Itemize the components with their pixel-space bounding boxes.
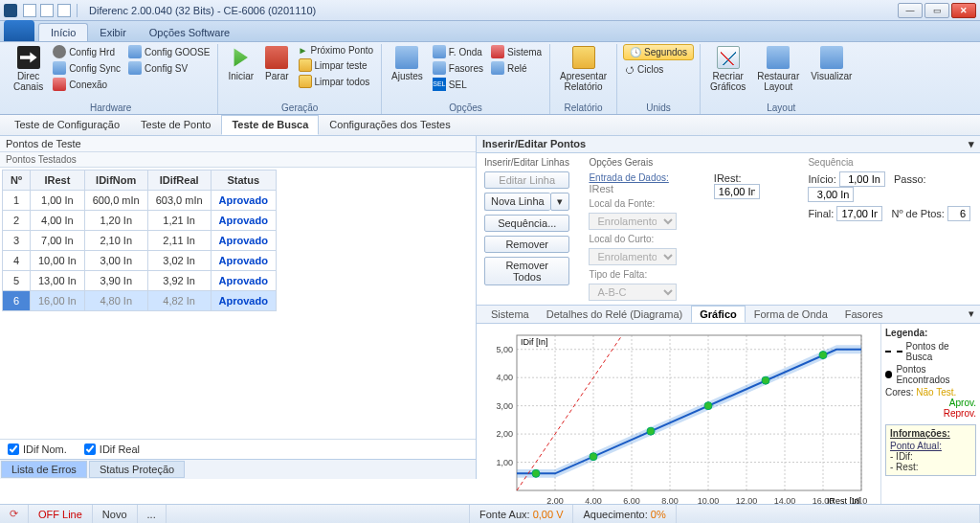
- inicio-input[interactable]: [839, 171, 885, 187]
- ctab-fasores[interactable]: Fasores: [836, 306, 892, 323]
- chart-tab-pin[interactable]: ▾: [963, 306, 980, 323]
- tab-config-testes[interactable]: Configurações dos Testes: [319, 115, 460, 135]
- nova-linha-dropdown[interactable]: ▾: [550, 193, 569, 211]
- rele-button[interactable]: Relé: [489, 60, 544, 76]
- parar-button[interactable]: Parar: [261, 44, 292, 83]
- proximo-ponto-button[interactable]: ►Próximo Ponto: [297, 44, 376, 57]
- ajustes-button[interactable]: Ajustes: [388, 44, 427, 83]
- iniciar-button[interactable]: Iniciar: [224, 44, 257, 83]
- gear-icon: [53, 45, 66, 58]
- tab-teste-ponto[interactable]: Teste de Ponto: [130, 115, 221, 135]
- file-tab[interactable]: [4, 20, 34, 41]
- svg-text:3,00: 3,00: [496, 401, 513, 411]
- chk-idif-real[interactable]: IDif Real: [84, 443, 140, 455]
- tab-status-protecao[interactable]: Status Proteção: [89, 461, 185, 478]
- points-table: Nº IRest IDifNom IDifReal Status 11,00 I…: [2, 170, 277, 311]
- config-goose-button[interactable]: Config GOOSE: [126, 44, 212, 59]
- visualizar-button[interactable]: Visualizar: [807, 44, 856, 83]
- sistema-button[interactable]: Sistema: [489, 44, 544, 59]
- config-sv-button[interactable]: Config SV: [126, 60, 212, 76]
- nova-linha-button[interactable]: Nova Linha: [484, 193, 550, 211]
- title-bar: Diferenc 2.00.040 (32 Bits) - CE-6006 (0…: [0, 0, 980, 21]
- passo-input[interactable]: [808, 187, 854, 202]
- limpar-todos-button[interactable]: Limpar todos: [297, 74, 376, 89]
- ctab-detalhes[interactable]: Detalhes do Relé (Diagrama): [538, 306, 691, 323]
- direc-canais-button[interactable]: Direc Canais: [10, 44, 47, 94]
- svg-point-31: [590, 453, 597, 461]
- tab-exibir[interactable]: Exibir: [88, 24, 138, 41]
- table-row[interactable]: 37,00 In2,10 In2,11 InAprovado: [3, 231, 277, 251]
- app-logo: [4, 4, 17, 17]
- remover-todos-button[interactable]: Remover Todos: [484, 257, 569, 285]
- svg-text:2,00: 2,00: [496, 429, 513, 439]
- recriar-graficos-button[interactable]: Recriar Gráficos: [706, 44, 749, 94]
- broom-icon: [299, 58, 312, 72]
- config-sync-button[interactable]: Config Sync: [51, 60, 122, 76]
- table-row[interactable]: 24,00 In1,20 In1,21 InAprovado: [3, 211, 277, 231]
- editar-linha-button[interactable]: Editar Linha: [484, 171, 569, 189]
- tipo-falta-select[interactable]: A-B-C: [589, 284, 677, 301]
- f-onda-button[interactable]: F. Onda: [431, 44, 485, 59]
- fasores-button[interactable]: Fasores: [431, 60, 485, 76]
- qat-save-icon[interactable]: [57, 4, 71, 17]
- ribbon-tab-strip: Início Exibir Opções Software: [0, 21, 980, 42]
- sel-button[interactable]: SELSEL: [431, 77, 485, 92]
- layout-icon: [767, 46, 790, 69]
- minimize-button[interactable]: —: [898, 3, 923, 18]
- local-curto-select[interactable]: Enrolamento2: [589, 248, 677, 265]
- segundos-toggle[interactable]: 🕓Segundos: [623, 44, 694, 60]
- config-hrd-button[interactable]: Config Hrd: [51, 44, 122, 59]
- tab-lista-erros[interactable]: Lista de Erros: [1, 461, 87, 478]
- status-novo: Novo: [93, 505, 138, 523]
- svg-point-32: [647, 427, 655, 435]
- irest-input[interactable]: [714, 184, 760, 199]
- table-row[interactable]: 616,00 In4,80 In4,82 InAprovado: [3, 291, 277, 311]
- conexao-button[interactable]: Conexão: [51, 77, 122, 92]
- chart-canvas[interactable]: 2,004,006,008,0010,0012,0014,0016,0018,0…: [477, 324, 880, 513]
- stop-icon: [265, 46, 288, 69]
- tab-teste-config[interactable]: Teste de Configuração: [4, 115, 130, 135]
- chart-icon: [717, 46, 740, 69]
- local-fonte-select[interactable]: Enrolamento1: [589, 213, 677, 230]
- table-row[interactable]: 11,00 In600,0 mIn603,0 mInAprovado: [3, 191, 277, 211]
- table-row[interactable]: 410,00 In3,00 In3,02 InAprovado: [3, 251, 277, 271]
- table-row[interactable]: 513,00 In3,90 In3,92 InAprovado: [3, 271, 277, 291]
- qat-new-icon[interactable]: [23, 4, 36, 17]
- right-panel-header: Inserir/Editar Pontos▾: [477, 136, 980, 153]
- sequencia-button[interactable]: Sequência...: [484, 215, 569, 232]
- ciclos-button[interactable]: ⭯Ciclos: [623, 63, 694, 76]
- ctab-grafico[interactable]: Gráfico: [691, 306, 746, 323]
- svg-point-30: [532, 469, 540, 477]
- remover-button[interactable]: Remover: [484, 236, 569, 253]
- ctab-forma-onda[interactable]: Forma de Onda: [746, 306, 836, 323]
- tab-opcoes-software[interactable]: Opções Software: [138, 24, 241, 41]
- window-title: Diferenc 2.00.040 (32 Bits) - CE-6006 (0…: [81, 5, 898, 16]
- status-sync-icon[interactable]: ⟳: [0, 505, 29, 523]
- tab-teste-busca[interactable]: Teste de Busca: [221, 115, 319, 135]
- nptos-input[interactable]: [947, 206, 970, 221]
- limpar-teste-button[interactable]: Limpar teste: [297, 57, 376, 73]
- ribbon: Direc Canais Config Hrd Config Sync Cone…: [0, 42, 980, 115]
- chk-idif-nom[interactable]: IDif Nom.: [8, 443, 67, 455]
- tab-inicio[interactable]: Início: [38, 23, 88, 41]
- final-input[interactable]: [836, 206, 882, 221]
- phasor-icon: [433, 61, 446, 75]
- restaurar-layout-button[interactable]: Restaurar Layout: [753, 44, 803, 94]
- svg-text:4,00: 4,00: [496, 373, 513, 382]
- play-icon: [230, 46, 253, 69]
- direc-canais-icon: [17, 46, 40, 69]
- cycle-icon: ⭯: [625, 64, 635, 75]
- pin-icon[interactable]: ▾: [969, 138, 974, 150]
- apresentar-relatorio-button[interactable]: Apresentar Relatório: [556, 44, 611, 94]
- maximize-button[interactable]: ▭: [924, 3, 949, 18]
- link-icon: [53, 78, 66, 91]
- close-button[interactable]: ✕: [951, 3, 976, 18]
- left-panel-subtitle: Pontos Testados: [0, 152, 476, 168]
- document-tabs: Teste de Configuração Teste de Ponto Tes…: [0, 115, 980, 136]
- left-panel-title: Pontos de Teste: [0, 136, 476, 152]
- qat-open-icon[interactable]: [40, 4, 54, 17]
- ajustes-icon: [395, 46, 418, 69]
- svg-point-35: [819, 352, 827, 359]
- ctab-sistema[interactable]: Sistema: [482, 306, 538, 323]
- svg-text:5,00: 5,00: [496, 345, 513, 354]
